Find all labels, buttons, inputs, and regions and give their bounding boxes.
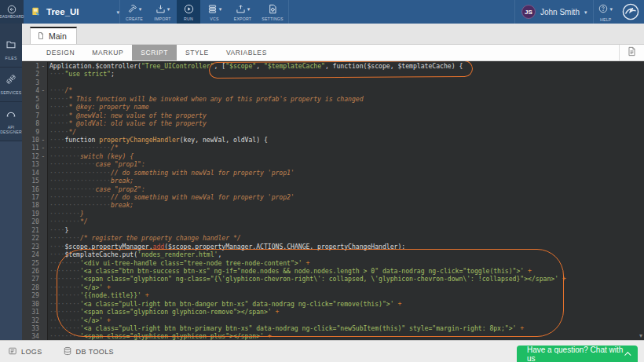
- code-text: ········'<div ui-tree-handle class="tree…: [48, 259, 309, 267]
- fold-marker[interactable]: -: [39, 144, 47, 152]
- fold-spacer: [39, 210, 47, 218]
- fold-marker[interactable]: -: [39, 152, 47, 160]
- code-token: add: [153, 243, 165, 250]
- editor-mode-tabs: DESIGNMARKUPSCRIPTSTYLEVARIABLES: [22, 45, 644, 61]
- chevron-down-icon: ▾: [116, 9, 119, 15]
- code-area: 1-Application.$controller("Tree_UIContro…: [22, 62, 644, 340]
- code-text: ········*/: [48, 218, 88, 225]
- subtab-style[interactable]: STYLE: [177, 45, 218, 60]
- fold-spacer: [39, 250, 47, 258]
- file-tab-bar: Main: [22, 24, 644, 45]
- subtab-markup[interactable]: MARKUP: [83, 45, 132, 60]
- subtab-variables[interactable]: VARIABLES: [218, 45, 276, 60]
- scroll-down-arrow[interactable]: ▾: [639, 333, 642, 339]
- code-text: ····function propertyChangeHandler(key, …: [48, 136, 268, 144]
- line-number: 30: [22, 300, 39, 308]
- indent-dots: ················: [49, 169, 111, 177]
- chevron-down-icon: ▾: [247, 6, 251, 12]
- dashboard-back-icon: [7, 5, 16, 14]
- code-text: ············case "prop2":: [48, 185, 145, 193]
- sidebar-item-files[interactable]: FILES: [0, 33, 22, 68]
- dashboard-button[interactable]: DASHBOARD: [0, 0, 24, 24]
- line-number: 21: [22, 226, 39, 234]
- line-number: 25: [22, 259, 39, 267]
- code-line: 23····$scope.propertyManager.add($scope.…: [22, 243, 644, 250]
- indent-dots: ····: [49, 136, 65, 144]
- format-file-button[interactable]: [619, 45, 644, 60]
- menu-export[interactable]: ▾EXPORT: [229, 0, 257, 24]
- indent-dots: ········: [49, 316, 80, 324]
- code-line: 2····"use strict";: [22, 70, 644, 78]
- project-selector[interactable]: Tree_UI ▾: [24, 0, 119, 24]
- code-line: 21····}: [22, 226, 644, 234]
- fold-marker[interactable]: -: [39, 136, 47, 144]
- code-text: ········'</a>' +: [48, 283, 111, 291]
- line-number: 11: [22, 144, 39, 152]
- fold-spacer: [39, 243, 47, 250]
- menu-vcs[interactable]: ▾VCS: [200, 0, 229, 24]
- menu-run[interactable]: RUN: [177, 0, 200, 24]
- bottom-item-db-tools[interactable]: DB TOOLS: [63, 345, 114, 359]
- code-token: * @newVal: new value of the property: [68, 112, 206, 119]
- line-number: 1: [22, 62, 39, 70]
- code-token: '<a class="pull-right btn btn-primary bt…: [80, 324, 517, 332]
- indent-dots: ········: [49, 300, 80, 308]
- code-line: 26········'<a class="btn btn-success btn…: [22, 267, 644, 275]
- code-line: 7·····* @newVal: new value of the proper…: [22, 112, 644, 119]
- bottom-item-logs[interactable]: LOGS: [8, 345, 42, 359]
- code-line: 33········'<a class="pull-right btn btn-…: [22, 324, 644, 332]
- menu-create[interactable]: ▾CREATE: [120, 0, 148, 24]
- code-token: // do something with newVal for property…: [111, 169, 295, 177]
- fold-spacer: [39, 332, 47, 340]
- code-line: 34········'<span class="glyphicon glyphi…: [22, 332, 644, 340]
- indent-dots: ············: [49, 160, 95, 168]
- fold-marker[interactable]: -: [39, 86, 47, 94]
- sidebar-item-services[interactable]: SERVICES: [0, 68, 22, 102]
- code-line: 27········'<span class="glyphicon" ng-cl…: [22, 275, 644, 283]
- indent-dots: ·····: [49, 112, 68, 119]
- menu-import[interactable]: ▾IMPORT: [148, 0, 177, 24]
- code-text: ····"use strict";: [48, 70, 115, 78]
- help-button[interactable]: ▾ HELP: [593, 0, 617, 24]
- code-line: 12-········switch (key) {: [22, 152, 644, 160]
- line-number: 4: [22, 86, 39, 94]
- code-token: +: [264, 332, 272, 340]
- sidebar-item-api-designer[interactable]: API DESIGNER: [0, 102, 22, 141]
- subtab-script[interactable]: SCRIPT: [132, 45, 177, 60]
- line-number: 17: [22, 193, 39, 201]
- gutter-cell: 13: [22, 160, 48, 168]
- fold-spacer: [39, 128, 47, 136]
- code-token: +: [302, 259, 310, 267]
- tab-main[interactable]: Main: [30, 27, 77, 44]
- fold-spacer: [39, 226, 47, 234]
- chat-widget-button[interactable]: Have a question? Chat with us: [517, 346, 638, 362]
- line-number: 15: [22, 177, 39, 185]
- indent-dots: ················: [49, 177, 111, 185]
- fold-spacer: [39, 169, 47, 177]
- code-line: 11-················/*: [22, 144, 644, 152]
- logs-icon: [8, 345, 17, 359]
- gutter-cell: 2: [22, 70, 48, 78]
- code-token: // do something with newVal for property…: [111, 193, 295, 201]
- code-token: * @oldVal: old value of the property: [68, 119, 206, 127]
- gutter-cell: 30: [22, 300, 48, 308]
- subtab-design[interactable]: DESIGN: [38, 45, 83, 60]
- code-token: ($scope.propertyManager.ACTIONS.CHANGE, …: [164, 243, 405, 250]
- line-number: 10: [22, 136, 39, 144]
- code-token: case "prop2":: [95, 185, 145, 193]
- code-editor[interactable]: 1-Application.$controller("Tree_UIContro…: [22, 61, 644, 340]
- user-menu[interactable]: JS John Smith ▾: [514, 0, 594, 24]
- gutter-cell: 33: [22, 324, 48, 332]
- code-token: +: [394, 300, 402, 308]
- fold-spacer: [39, 234, 47, 242]
- code-token: * @key: property name: [68, 103, 148, 111]
- indent-dots: ················: [49, 201, 111, 209]
- line-number: 8: [22, 119, 39, 127]
- code-token: function: [65, 136, 100, 144]
- line-number: 13: [22, 160, 39, 168]
- code-token: +: [272, 308, 280, 316]
- code-line: 9·····*/: [22, 128, 644, 136]
- menu-settings[interactable]: SETTINGS: [257, 0, 288, 24]
- indent-dots: ····: [49, 70, 65, 78]
- fold-marker[interactable]: -: [39, 62, 47, 70]
